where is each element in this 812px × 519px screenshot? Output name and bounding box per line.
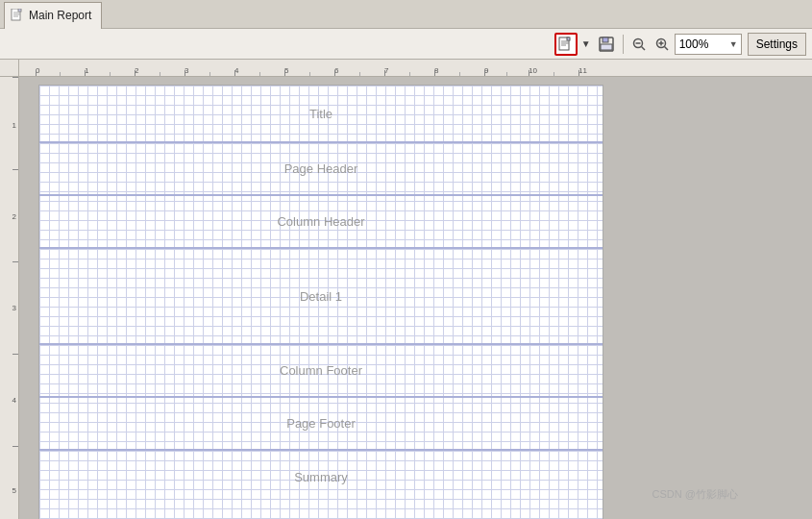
canvas-area: 0 1 2 3 4 5 6 7 8 9 10 11	[19, 60, 812, 519]
section-page-footer: Page Footer	[39, 398, 603, 451]
page-layout-dropdown[interactable]: ▼	[579, 33, 593, 56]
section-column-header-label: Column Header	[277, 214, 364, 229]
section-page-header-label: Page Header	[284, 161, 358, 176]
ruler-vertical: 1 2 3 4 5	[0, 60, 19, 519]
section-column-footer: Column Footer	[39, 345, 603, 398]
report-tab-icon	[11, 9, 24, 22]
section-summary: Summary	[39, 451, 603, 504]
section-summary-label: Summary	[294, 470, 348, 484]
section-title: Title	[39, 86, 603, 143]
section-title-label: Title	[309, 107, 332, 121]
svg-rect-1	[18, 9, 21, 12]
main-report-tab[interactable]: Main Report	[4, 2, 102, 29]
toolbar-sep-1	[623, 35, 624, 54]
main-area: 1 2 3 4 5 0 1 2 3 4 5 6 7 8	[0, 60, 812, 519]
zoom-control: 50% 75% 100% 125% 150% 200% ▼	[628, 34, 742, 55]
svg-rect-6	[567, 37, 570, 40]
toolbar: ▼ 50% 75%	[0, 29, 812, 60]
zoom-out-button[interactable]	[628, 34, 650, 55]
svg-rect-12	[601, 44, 612, 50]
watermark: CSDN @竹影脚心	[652, 487, 738, 502]
section-column-footer-label: Column Footer	[280, 363, 362, 378]
section-detail1-label: Detail 1	[300, 289, 342, 304]
section-detail1: Detail 1	[39, 249, 603, 345]
svg-rect-11	[603, 37, 608, 42]
svg-line-19	[664, 46, 668, 50]
report-canvas: Title Page Header Column Header Detail 1	[38, 85, 603, 519]
settings-button[interactable]: Settings	[748, 33, 806, 56]
section-page-footer-label: Page Footer	[286, 416, 356, 431]
main-report-tab-label: Main Report	[29, 9, 91, 22]
section-page-header: Page Header	[39, 143, 603, 196]
save-button[interactable]	[595, 33, 618, 56]
ruler-horizontal: 0 1 2 3 4 5 6 7 8 9 10 11	[19, 60, 812, 77]
section-column-header: Column Header	[39, 196, 603, 249]
canvas-scroll[interactable]: Title Page Header Column Header Detail 1	[19, 77, 812, 519]
tab-bar: Main Report	[0, 0, 812, 29]
page-layout-button[interactable]	[554, 33, 578, 56]
svg-line-15	[641, 46, 645, 50]
zoom-select[interactable]: 50% 75% 100% 125% 150% 200%	[675, 34, 742, 55]
zoom-in-button[interactable]	[652, 34, 673, 55]
